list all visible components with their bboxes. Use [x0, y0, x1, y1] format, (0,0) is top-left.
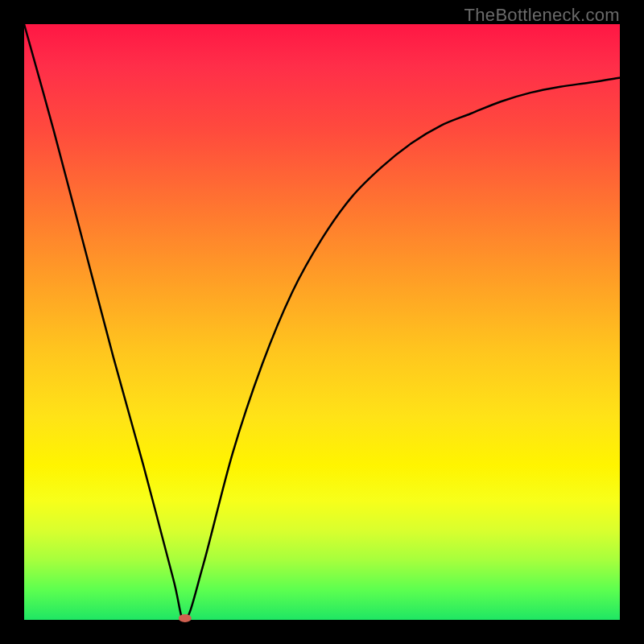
- optimal-point-marker: [179, 614, 192, 622]
- plot-area: [24, 24, 620, 620]
- curve-line: [24, 24, 620, 620]
- attribution-text: TheBottleneck.com: [464, 5, 620, 26]
- bottleneck-curve: [24, 24, 620, 620]
- chart-frame: TheBottleneck.com: [0, 0, 644, 644]
